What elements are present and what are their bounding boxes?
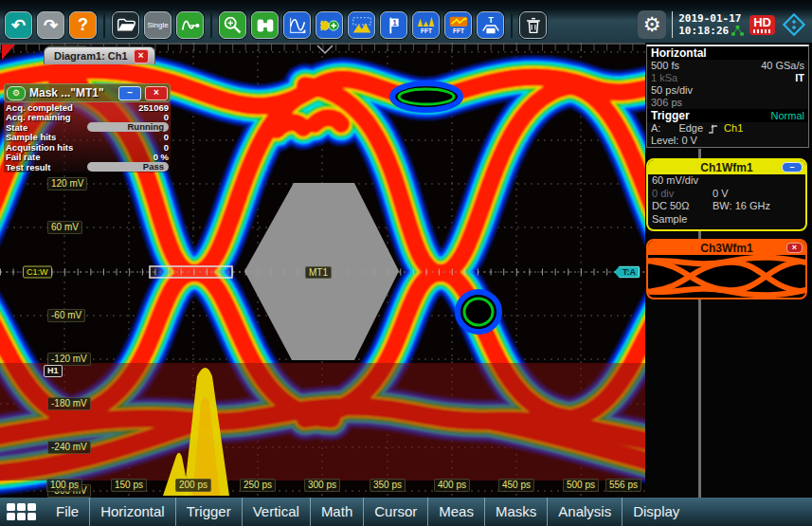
mask-settings-button[interactable]: ⚙: [7, 86, 26, 100]
edge-trigger-icon: [708, 123, 719, 135]
close-icon: ×: [153, 88, 159, 98]
waveform-diagram[interactable]: 300 mV 120 mV 60 mV -60 mV -120 mV -180 …: [0, 43, 645, 498]
open-file-button[interactable]: [112, 11, 139, 39]
y-axis-label: -120 mV: [47, 353, 91, 366]
ch1-mode-row: Sample: [648, 213, 805, 227]
autoset-button[interactable]: [176, 11, 204, 39]
mask-add-icon: [318, 14, 341, 37]
help-button[interactable]: ?: [69, 11, 97, 39]
label-icon: T: [479, 14, 502, 37]
waveform-zoom-button[interactable]: [283, 11, 311, 39]
tab-close-button[interactable]: ×: [134, 49, 149, 63]
menu-analysis[interactable]: Analysis: [547, 498, 622, 526]
mask-row-test-result: Test resultPass: [4, 162, 171, 172]
spectrum-button[interactable]: FFT: [412, 11, 440, 39]
minimize-icon: –: [789, 163, 794, 172]
mask-panel-titlebar: ⚙ Mask ..."MT1" – ×: [4, 83, 171, 102]
waveform-axes-icon: [286, 14, 309, 37]
ch1-panel-title: Ch1Wfm1: [700, 161, 752, 174]
close-icon: ×: [792, 244, 797, 252]
status-divider: [672, 11, 673, 38]
menu-meas[interactable]: Meas: [427, 498, 484, 526]
trigger-header: TriggerNormal: [647, 109, 808, 122]
fft-gate-icon: FFT: [447, 14, 470, 37]
single-acquisition-button[interactable]: Single: [144, 11, 171, 39]
magnifier-icon: [222, 14, 244, 37]
close-icon: ×: [138, 51, 144, 61]
x-axis-label: 150 ps: [111, 479, 147, 492]
trash-icon: [522, 14, 545, 37]
menu-grid-icon[interactable]: [7, 503, 36, 520]
svg-text:1: 1: [392, 17, 397, 27]
horizontal-title: Horizontal: [651, 46, 707, 60]
cursor-button[interactable]: 1: [380, 11, 407, 39]
record-length-row: 1 kSaIT: [647, 72, 808, 84]
trigger-level-row: Level: 0 V: [647, 135, 808, 147]
fft-gating-button[interactable]: FFT: [444, 11, 472, 39]
undo-button[interactable]: ↶: [5, 11, 32, 39]
timebase-row: 50 ps/div: [647, 84, 808, 97]
ch3-eye-thumbnail: [648, 255, 805, 298]
trigger-source-row: A: Edge Ch1: [647, 122, 808, 135]
histogram-icon: [351, 14, 373, 37]
y-axis-label: -180 mV: [47, 397, 91, 410]
x-axis-label: 450 ps: [498, 479, 534, 492]
annotation-button[interactable]: T: [477, 11, 504, 39]
menu-vertical[interactable]: Vertical: [242, 498, 310, 526]
mask-close-button[interactable]: ×: [145, 86, 168, 100]
ch1-signal-panel[interactable]: Ch1Wfm1 – 60 mV/div 0 div0 V DC 50ΩBW: 1…: [646, 158, 807, 231]
zoom-button[interactable]: [219, 11, 246, 39]
toolbar-separator: [103, 13, 105, 38]
settings-button[interactable]: ⚙: [638, 10, 666, 39]
y-axis-label: 60 mV: [47, 221, 82, 234]
menu-file[interactable]: File: [45, 498, 89, 526]
toolbar-status-area: ⚙ 2019-01-17 10:18:26 HD: [638, 10, 807, 39]
oscilloscope-screen: ↶ ↷ ? Single: [0, 0, 812, 526]
ch3-close-button[interactable]: ×: [786, 243, 803, 253]
autoset-waveform-icon: [179, 14, 202, 37]
ch1-panel-header: Ch1Wfm1 –: [648, 160, 805, 174]
y-axis-label: 120 mV: [47, 177, 87, 190]
ch1-minimize-button[interactable]: –: [782, 162, 803, 172]
channel-offset-marker[interactable]: C1:W: [23, 266, 52, 279]
gear-icon: ⚙: [12, 88, 20, 98]
diagram-tab-label: Diagram1: Ch1: [54, 50, 128, 62]
minimize-icon: –: [127, 88, 133, 98]
svg-text:FFT: FFT: [421, 27, 432, 34]
ch3-panel-header: Ch3Wfm1 ×: [648, 241, 805, 255]
histogram-gate-rect[interactable]: [150, 266, 232, 278]
mask-test-button[interactable]: [316, 11, 343, 39]
single-label: Single: [147, 21, 168, 29]
x-axis-label: 556 ps: [605, 479, 641, 492]
diagram-tab[interactable]: Diagram1: Ch1 ×: [44, 46, 155, 64]
menu-trigger[interactable]: Trigger: [175, 498, 242, 526]
mask-label: MT1: [305, 266, 332, 279]
help-icon: ?: [78, 15, 88, 35]
menu-cursor[interactable]: Cursor: [363, 498, 427, 526]
menu-masks[interactable]: Masks: [484, 498, 547, 526]
histogram-button[interactable]: [348, 11, 375, 39]
network-status-icon: [731, 26, 744, 36]
ch1-position-row: 0 div0 V: [648, 188, 805, 201]
trigger-title: Trigger: [651, 109, 690, 122]
hd-label: HD: [753, 15, 771, 29]
menu-display[interactable]: Display: [622, 498, 690, 526]
resolution-row: 500 fs40 GSa/s: [647, 60, 808, 72]
mask-result-panel[interactable]: ⚙ Mask ..."MT1" – × Acq. completed251069…: [4, 83, 171, 172]
y-axis-label: -240 mV: [47, 441, 91, 454]
redo-button[interactable]: ↷: [37, 11, 64, 39]
mask-minimize-button[interactable]: –: [118, 86, 141, 100]
menu-math[interactable]: Math: [310, 498, 363, 526]
ch1-scale-row: 60 mV/div: [648, 174, 805, 188]
binoculars-icon: [254, 14, 277, 37]
ch3-signal-panel[interactable]: Ch3Wfm1 ×: [646, 239, 807, 299]
mask-row-sample-hits: Sample hits0: [4, 133, 171, 143]
mask-row-acq-completed: Acq. completed251069: [4, 102, 171, 113]
toolbar-separator: [511, 13, 513, 38]
delete-button[interactable]: [519, 11, 547, 39]
horizontal-trigger-box[interactable]: Horizontal 500 fs40 GSa/s 1 kSaIT 50 ps/…: [646, 45, 809, 148]
mask-row-acquisition-hits: Acquisition hits0: [4, 142, 171, 153]
search-button[interactable]: [251, 11, 279, 39]
folder-icon: [115, 14, 137, 37]
menu-horizontal[interactable]: Horizontal: [89, 498, 175, 526]
